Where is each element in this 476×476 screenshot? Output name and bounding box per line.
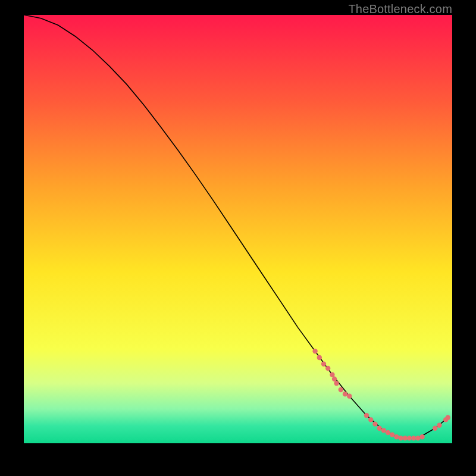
curve-marker <box>403 436 408 440</box>
curve-marker <box>364 413 369 418</box>
curve-marker <box>437 423 441 428</box>
curve-marker <box>317 355 322 360</box>
curve-marker <box>312 349 317 353</box>
curve-marker <box>330 372 334 377</box>
curve-marker <box>343 392 347 396</box>
curve-marker <box>368 417 373 422</box>
gradient-background <box>24 15 452 443</box>
curve-marker <box>321 362 326 367</box>
curve-marker <box>381 428 386 433</box>
curve-marker <box>433 426 437 431</box>
curve-marker <box>411 436 416 440</box>
curve-marker <box>325 366 330 371</box>
curve-marker <box>398 436 403 440</box>
curve-marker <box>339 387 343 392</box>
chart-svg <box>24 15 452 443</box>
curve-marker <box>446 415 450 420</box>
curve-marker <box>334 381 339 386</box>
curve-marker <box>372 421 377 426</box>
plot-area <box>24 15 452 443</box>
curve-marker <box>394 434 399 439</box>
watermark-text: TheBottleneck.com <box>348 2 452 16</box>
curve-marker <box>419 434 424 439</box>
curve-marker <box>332 377 337 381</box>
curve-marker <box>386 430 390 435</box>
curve-marker <box>407 436 412 440</box>
curve-marker <box>390 432 394 437</box>
chart-stage: TheBottleneck.com <box>0 0 476 476</box>
curve-marker <box>377 426 381 431</box>
curve-marker <box>415 436 420 440</box>
curve-marker <box>347 394 352 399</box>
